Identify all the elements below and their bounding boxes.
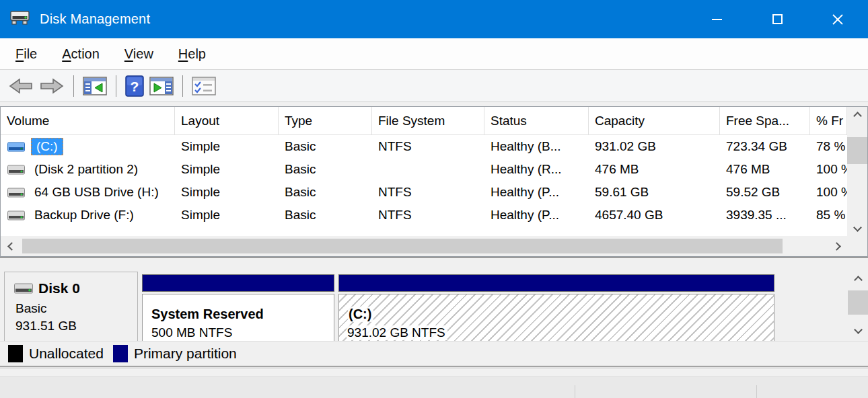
chevron-down-icon — [854, 325, 863, 334]
cell-file-system — [372, 158, 484, 181]
volume-row-disk2-partition2[interactable]: (Disk 2 partition 2) Simple Basic Health… — [1, 158, 867, 181]
scrollbar-corner — [847, 236, 867, 256]
volume-icon — [7, 188, 25, 198]
minimize-button[interactable] — [686, 0, 747, 38]
menu-bar: File Action View Help — [0, 38, 868, 70]
cell-capacity: 59.61 GB — [589, 181, 720, 204]
maximize-button[interactable] — [747, 0, 807, 38]
toolbar-separator — [73, 75, 74, 97]
toolbar: ? — [0, 70, 868, 102]
app-icon[interactable] — [9, 9, 31, 30]
legend-item-primary-partition: Primary partition — [113, 345, 237, 362]
cell-pct-free: 100 % — [810, 158, 847, 181]
disk-icon — [14, 283, 33, 294]
action-pane-icon — [149, 76, 174, 96]
disk-label: Disk 0 — [38, 280, 80, 296]
volume-name: Backup Drive (F:) — [30, 207, 139, 223]
unallocated-swatch — [8, 345, 23, 362]
cell-layout: Simple — [175, 158, 279, 181]
cell-capacity: 931.02 GB — [589, 135, 720, 158]
column-header-file-system[interactable]: File System — [372, 107, 484, 135]
column-header-type[interactable]: Type — [279, 107, 372, 135]
disk-type: Basic — [15, 301, 137, 316]
cell-free-space: 59.52 GB — [720, 181, 810, 204]
volume-list: Volume Layout Type File System Status Ca… — [0, 106, 868, 257]
column-header-capacity[interactable]: Capacity — [589, 107, 720, 135]
cell-status: Healthy (B... — [484, 135, 589, 158]
disk-management-window: Disk Management File Action View Help — [0, 0, 868, 398]
scroll-down-button[interactable] — [848, 321, 868, 337]
strip-divider — [756, 385, 757, 398]
scroll-up-button[interactable] — [847, 107, 867, 124]
horizontal-scrollbar-thumb[interactable] — [22, 239, 783, 253]
chevron-up-icon — [854, 276, 863, 284]
legend-label: Primary partition — [134, 346, 237, 362]
scroll-right-button[interactable] — [827, 236, 846, 256]
show-action-pane-button[interactable] — [149, 76, 174, 96]
cell-status: Healthy (P... — [484, 204, 589, 227]
toolbar-separator — [182, 75, 183, 97]
forward-arrow-icon — [39, 77, 65, 95]
toolbar-separator — [116, 75, 116, 97]
back-arrow-icon — [8, 77, 34, 95]
cell-status: Healthy (P... — [484, 181, 589, 204]
chevron-down-icon — [853, 223, 862, 232]
volume-list-header: Volume Layout Type File System Status Ca… — [1, 107, 867, 135]
pane-splitter[interactable] — [0, 257, 868, 270]
volume-row-usb-h[interactable]: 64 GB USB Drive (H:) Simple Basic NTFS H… — [1, 181, 867, 204]
cell-pct-free: 78 % — [810, 135, 847, 158]
vertical-scrollbar-thumb[interactable] — [848, 290, 868, 315]
cell-type: Basic — [279, 135, 372, 158]
column-header-volume[interactable]: Volume — [1, 107, 175, 135]
cell-free-space: 3939.35 ... — [720, 204, 810, 227]
forward-button[interactable] — [39, 77, 65, 95]
menu-action[interactable]: Action — [62, 46, 100, 62]
help-icon: ? — [125, 75, 144, 97]
partition-color-bar — [338, 274, 774, 292]
svg-text:?: ? — [131, 79, 139, 94]
partition-c-drive[interactable]: (C:) 931.02 GB NTFS — [338, 274, 774, 341]
back-button[interactable] — [8, 77, 34, 95]
vertical-scrollbar[interactable] — [847, 107, 867, 236]
cell-type: Basic — [279, 158, 372, 181]
horizontal-scrollbar[interactable] — [1, 236, 847, 256]
partition-color-bar — [142, 274, 334, 292]
disk-pane-vertical-scrollbar[interactable] — [848, 270, 868, 341]
column-header-free-space[interactable]: Free Spa... — [720, 107, 810, 135]
help-button[interactable]: ? — [125, 75, 144, 97]
menu-view[interactable]: View — [124, 46, 153, 62]
volume-icon — [7, 165, 25, 175]
scroll-down-button[interactable] — [847, 218, 867, 236]
show-console-tree-button[interactable] — [83, 76, 107, 96]
cell-type: Basic — [279, 204, 372, 227]
partition-system-reserved[interactable]: System Reserved 500 MB NTFS — [142, 274, 334, 341]
title-bar[interactable]: Disk Management — [0, 0, 868, 38]
column-header-layout[interactable]: Layout — [175, 107, 279, 135]
vertical-scrollbar-thumb[interactable] — [847, 137, 867, 164]
cell-file-system: NTFS — [372, 204, 484, 227]
volume-row-c[interactable]: (C:) Simple Basic NTFS Healthy (B... 931… — [1, 135, 867, 158]
partition-details: 931.02 GB NTFS — [347, 325, 447, 340]
volume-row-backup-f[interactable]: Backup Drive (F:) Simple Basic NTFS Heal… — [1, 204, 867, 227]
export-list-button[interactable] — [192, 76, 216, 96]
cell-file-system: NTFS — [372, 135, 484, 158]
close-button[interactable] — [807, 0, 868, 38]
legend-label: Unallocated — [29, 346, 104, 362]
maximize-icon — [772, 14, 783, 24]
scroll-left-button[interactable] — [2, 236, 21, 256]
legend-item-unallocated: Unallocated — [8, 345, 104, 362]
cell-free-space: 476 MB — [720, 158, 810, 181]
disk-graphical-pane: Disk 0 Basic 931.51 GB System Reserved 5… — [0, 270, 868, 341]
column-header-status[interactable]: Status — [484, 107, 589, 135]
legend-bar: Unallocated Primary partition — [0, 341, 868, 366]
primary-partition-swatch — [113, 345, 128, 362]
menu-file[interactable]: File — [15, 46, 37, 62]
menu-help[interactable]: Help — [178, 46, 206, 62]
disk0-descriptor[interactable]: Disk 0 Basic 931.51 GB — [4, 272, 138, 341]
cell-file-system: NTFS — [372, 181, 484, 204]
column-header-pct-free[interactable]: % Fr — [810, 107, 847, 135]
cell-layout: Simple — [175, 181, 279, 204]
disk-size: 931.51 GB — [15, 319, 137, 333]
scroll-up-button[interactable] — [848, 272, 868, 288]
cell-capacity: 476 MB — [589, 158, 720, 181]
